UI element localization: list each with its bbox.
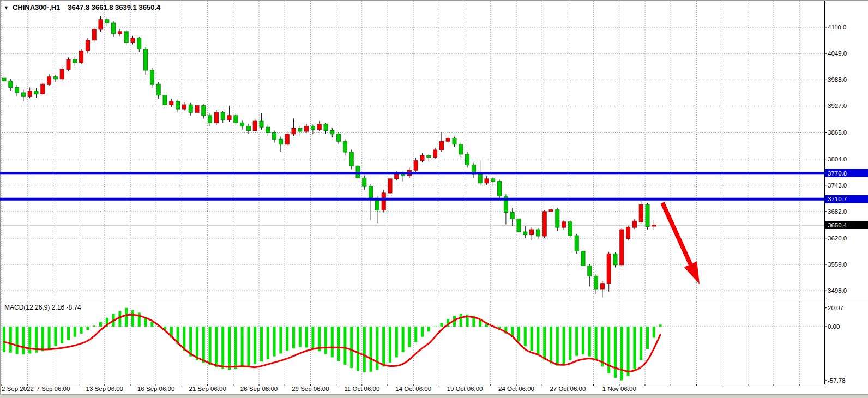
horizontal-level-line[interactable]	[0, 172, 824, 174]
candle	[646, 204, 649, 226]
chart-canvas[interactable]	[0, 0, 868, 398]
candle	[588, 266, 592, 276]
candle	[124, 32, 128, 43]
candle	[189, 105, 192, 112]
candle	[363, 178, 366, 186]
chart-window: ▼ CHINA300-,H1 3647.8 3661.8 3639.1 3650…	[0, 0, 868, 398]
candle	[620, 230, 624, 265]
candle	[246, 126, 250, 131]
price-tick-label: 3804.0	[828, 156, 847, 162]
macd-histogram-bar	[595, 327, 598, 360]
candle	[99, 20, 103, 29]
candle	[491, 179, 495, 182]
candle	[163, 95, 167, 105]
horizontal-level-line[interactable]	[0, 198, 824, 201]
candle	[517, 219, 521, 232]
price-tick-label: 3498.0	[828, 287, 847, 294]
macd-histogram-bar	[16, 327, 19, 354]
candle	[202, 106, 206, 116]
macd-histogram-bar	[234, 327, 237, 369]
candle	[53, 77, 57, 79]
candle	[298, 129, 302, 132]
macd-histogram-bar	[434, 327, 437, 327]
candle	[112, 23, 116, 34]
macd-histogram-bar	[601, 327, 604, 366]
macd-histogram-bar	[421, 327, 424, 337]
candle	[446, 138, 450, 142]
macd-histogram-bar	[537, 327, 539, 355]
macd-histogram-bar	[118, 311, 121, 327]
macd-histogram-bar	[382, 327, 385, 366]
trend-arrow-head[interactable]	[684, 261, 700, 284]
candle	[632, 221, 636, 227]
candle	[414, 161, 418, 170]
price-tick-label: 4110.0	[828, 24, 846, 31]
macd-histogram-bar	[131, 310, 134, 327]
macd-histogram-bar	[427, 327, 430, 331]
macd-histogram-bar	[74, 327, 76, 337]
candle	[208, 116, 212, 123]
candle	[466, 154, 469, 165]
macd-histogram-bar	[414, 327, 417, 342]
macd-histogram-bar	[324, 327, 327, 354]
panel-divider-bottom	[0, 301, 868, 301]
macd-histogram-bar	[279, 327, 282, 354]
candle	[388, 179, 392, 193]
macd-histogram-bar	[389, 327, 391, 363]
macd-histogram-bar	[202, 327, 205, 363]
macd-histogram-bar	[543, 327, 546, 360]
macd-histogram-bar	[48, 327, 51, 349]
price-tick-label: 3865.0	[828, 129, 847, 136]
macd-histogram-bar	[99, 322, 102, 327]
macd-histogram-bar	[556, 327, 559, 366]
candle	[214, 112, 218, 123]
macd-histogram-bar	[228, 327, 231, 370]
candle	[182, 105, 186, 109]
candle	[137, 38, 141, 49]
macd-histogram-bar	[575, 327, 578, 356]
candle	[343, 141, 347, 152]
macd-histogram-bar	[343, 327, 346, 365]
macd-histogram-bar	[653, 327, 655, 338]
price-tick-label: 3927.0	[828, 102, 847, 109]
time-tick-label: 21 Sep 06:00	[189, 385, 226, 392]
candle	[260, 121, 263, 127]
candle	[80, 51, 83, 62]
macd-histogram-bar	[395, 327, 398, 357]
current-price-flag: 3650.4	[825, 221, 868, 229]
candle	[170, 101, 173, 105]
time-tick-label: 16 Sep 06:00	[137, 385, 174, 392]
macd-histogram-bar	[93, 325, 95, 327]
macd-histogram-bar	[189, 327, 192, 357]
candle	[568, 222, 572, 236]
macd-histogram-bar	[331, 327, 334, 357]
candle	[581, 251, 585, 266]
macd-histogram-bar	[408, 327, 411, 347]
candle	[510, 212, 514, 219]
candle	[105, 20, 109, 23]
symbol-dropdown-icon[interactable]: ▼	[4, 5, 9, 10]
candle	[594, 276, 598, 289]
price-tick-label: 4049.0	[828, 50, 847, 57]
macd-histogram-bar	[260, 327, 263, 361]
trend-arrow-shaft[interactable]	[662, 203, 692, 267]
candle	[234, 116, 238, 123]
candle	[221, 112, 225, 119]
candle	[118, 32, 122, 34]
macd-histogram-bar	[54, 327, 57, 346]
macd-histogram-bar	[299, 327, 302, 347]
window-bottom-edge	[0, 394, 868, 398]
candle	[305, 126, 309, 131]
candle	[131, 38, 135, 43]
time-tick-label: 19 Oct 06:00	[447, 385, 483, 392]
time-tick-label: 27 Oct 06:00	[550, 385, 586, 392]
macd-histogram-bar	[563, 327, 565, 364]
price-tick-label: 3682.0	[828, 208, 847, 215]
candle	[439, 141, 443, 150]
candle	[292, 129, 296, 134]
time-axis-line	[0, 384, 826, 384]
macd-histogram-bar	[337, 327, 340, 361]
price-tick-label: 3559.0	[828, 261, 847, 268]
candle	[47, 77, 51, 84]
time-tick-label: 24 Oct 06:00	[498, 385, 534, 392]
